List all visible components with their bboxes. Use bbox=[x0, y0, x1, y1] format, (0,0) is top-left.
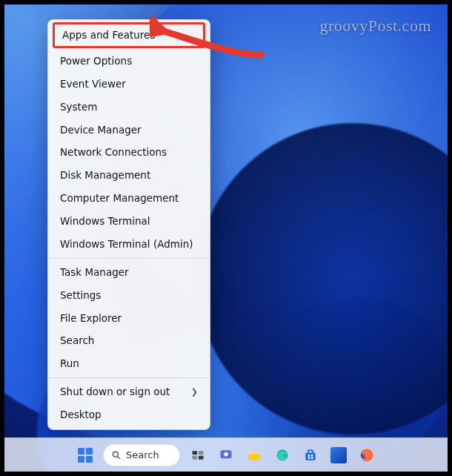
taskbar-search[interactable]: Search bbox=[103, 444, 180, 466]
taskbar-icon-task-view[interactable] bbox=[187, 445, 208, 466]
annotation-highlight: Apps and Features bbox=[53, 22, 205, 48]
app-icon bbox=[330, 447, 347, 463]
winx-context-menu: Apps and Features Power Options Event Vi… bbox=[47, 19, 210, 430]
folder-icon bbox=[247, 448, 262, 463]
menu-item-disk-management[interactable]: Disk Management bbox=[48, 164, 210, 187]
chat-icon bbox=[219, 448, 233, 463]
menu-item-label: Run bbox=[60, 357, 79, 370]
svg-rect-11 bbox=[308, 454, 310, 457]
menu-item-task-manager[interactable]: Task Manager bbox=[48, 261, 210, 284]
menu-item-label: Disk Management bbox=[60, 169, 150, 182]
menu-item-label: Windows Terminal (Admin) bbox=[60, 238, 193, 251]
taskbar-icon-edge[interactable] bbox=[272, 445, 293, 466]
menu-item-label: Search bbox=[60, 334, 94, 347]
menu-item-apps-and-features[interactable]: Apps and Features bbox=[55, 24, 203, 46]
start-button[interactable] bbox=[75, 445, 96, 466]
search-icon bbox=[111, 450, 122, 460]
menu-item-label: Network Connections bbox=[60, 146, 167, 159]
menu-item-computer-management[interactable]: Computer Management bbox=[48, 187, 210, 210]
menu-item-search[interactable]: Search bbox=[48, 329, 210, 352]
menu-item-file-explorer[interactable]: File Explorer bbox=[48, 307, 210, 330]
menu-item-label: Task Manager bbox=[60, 266, 129, 279]
menu-item-event-viewer[interactable]: Event Viewer bbox=[48, 73, 210, 96]
svg-rect-12 bbox=[311, 454, 313, 457]
svg-rect-3 bbox=[199, 451, 204, 454]
menu-separator bbox=[48, 258, 210, 259]
taskbar-icon-firefox[interactable] bbox=[356, 445, 377, 466]
menu-item-windows-terminal[interactable]: Windows Terminal bbox=[48, 210, 210, 233]
task-view-icon bbox=[190, 448, 205, 463]
menu-item-settings[interactable]: Settings bbox=[48, 284, 210, 307]
windows-logo-icon bbox=[75, 445, 96, 466]
svg-point-0 bbox=[113, 452, 118, 457]
menu-item-label: Desktop bbox=[60, 409, 102, 421]
menu-item-label: Apps and Features bbox=[62, 29, 155, 42]
menu-item-desktop[interactable]: Desktop bbox=[48, 403, 210, 426]
menu-item-system[interactable]: System bbox=[48, 96, 210, 119]
desktop-frame: groovyPost.com Apps and Features Power O… bbox=[4, 4, 448, 472]
menu-item-power-options[interactable]: Power Options bbox=[48, 50, 210, 73]
svg-rect-13 bbox=[308, 457, 310, 459]
svg-line-1 bbox=[118, 456, 120, 458]
chevron-right-icon: ❯ bbox=[191, 387, 198, 397]
svg-rect-5 bbox=[199, 455, 204, 459]
menu-item-label: Device Manager bbox=[60, 124, 142, 136]
menu-item-windows-terminal-admin[interactable]: Windows Terminal (Admin) bbox=[48, 233, 210, 256]
menu-item-run[interactable]: Run bbox=[48, 352, 210, 375]
menu-item-shut-down-or-sign-out[interactable]: Shut down or sign out ❯ bbox=[48, 380, 210, 403]
menu-item-label: System bbox=[60, 101, 97, 113]
firefox-icon bbox=[359, 447, 375, 463]
menu-item-label: Shut down or sign out bbox=[60, 386, 170, 398]
menu-item-network-connections[interactable]: Network Connections bbox=[48, 141, 210, 164]
menu-item-label: File Explorer bbox=[60, 312, 122, 325]
menu-separator bbox=[48, 377, 210, 378]
menu-item-label: Settings bbox=[60, 289, 101, 302]
taskbar: Search bbox=[4, 437, 448, 472]
menu-item-label: Power Options bbox=[60, 55, 132, 67]
edge-icon bbox=[275, 448, 290, 463]
taskbar-icon-chat[interactable] bbox=[216, 445, 236, 466]
svg-rect-4 bbox=[193, 455, 198, 459]
menu-item-label: Windows Terminal bbox=[60, 215, 150, 228]
taskbar-icon-app[interactable] bbox=[328, 445, 349, 466]
svg-rect-2 bbox=[193, 451, 198, 454]
taskbar-icon-store[interactable] bbox=[300, 445, 321, 466]
taskbar-icon-file-explorer[interactable] bbox=[244, 445, 265, 466]
svg-rect-10 bbox=[308, 450, 313, 453]
svg-rect-14 bbox=[311, 457, 313, 459]
menu-item-device-manager[interactable]: Device Manager bbox=[48, 119, 210, 142]
taskbar-search-label: Search bbox=[126, 449, 159, 460]
svg-point-7 bbox=[224, 452, 227, 456]
menu-item-label: Event Viewer bbox=[60, 78, 126, 90]
store-icon bbox=[303, 448, 318, 463]
menu-item-label: Computer Management bbox=[60, 192, 179, 205]
